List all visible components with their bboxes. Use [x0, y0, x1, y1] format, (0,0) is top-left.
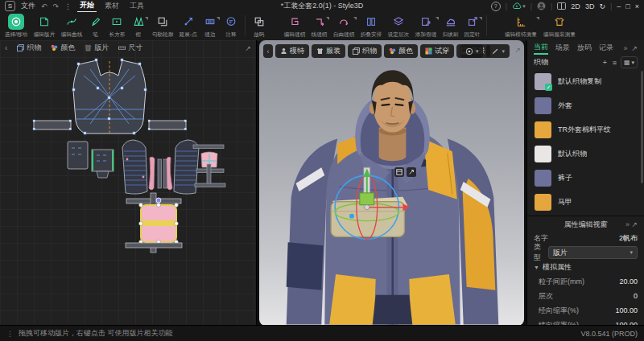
pattern-2d-panel[interactable]: ‹ 织物 颜色 版片 尺寸 ↗ [0, 40, 257, 326]
restore-button[interactable]: □ [625, 2, 630, 10]
title-bar: S 文件 ↶ ↷ ⋮ 开始 素材 工具 *工装全套2.0(1) - Style3… [0, 0, 644, 12]
menu-tab-material[interactable]: 素材 [102, 0, 122, 12]
tool-line-sewing[interactable]: 线缝纫 [308, 13, 330, 39]
prop-value[interactable]: 20.00 [619, 277, 638, 286]
fold-arrange-icon [363, 14, 379, 30]
main-toolbar: 选择/移动 编辑版片 编辑曲线 笔 长方形 褶 勾勒轮廓 延展-点 缝边 注释 … [0, 12, 644, 41]
cloud-sync-icon[interactable]: ▾ [512, 2, 526, 10]
tab-history[interactable]: 记录 [599, 43, 613, 53]
tab-label: 试穿 [435, 46, 449, 56]
pattern-canvas[interactable] [0, 40, 256, 310]
tool-trace-outline[interactable]: 勾勒轮廓 [149, 13, 176, 39]
menu-tab-tools[interactable]: 工具 [127, 0, 147, 12]
tool-iron-brush[interactable]: 归拔刷 [440, 13, 461, 39]
tab-piece-2d[interactable]: 版片 [85, 43, 109, 53]
user-avatar-icon[interactable] [537, 2, 546, 10]
fabric-name: TR外套棉料平纹 [558, 125, 611, 135]
tool-add-baste[interactable]: 添加假缝 [412, 13, 440, 39]
grid-view-icon: ▦ [624, 59, 630, 66]
tool-free-sewing[interactable]: 自由缝纫 [330, 13, 357, 39]
tool-rectangle[interactable]: 长方形 [106, 13, 128, 39]
expand-props-icon[interactable]: ↗ [631, 220, 638, 228]
list-item[interactable]: 裤子 [533, 167, 638, 188]
collapse-right-icon[interactable]: » [623, 44, 627, 52]
model-icon [280, 47, 287, 55]
tab-fabric[interactable]: 织物 [348, 44, 382, 58]
render-mode-dropdown[interactable]: ▾ [460, 44, 484, 58]
tool-label: 注释 [226, 31, 237, 39]
section-caret-icon[interactable]: ▼ [534, 265, 539, 270]
tab-scene-list[interactable]: 场景 [555, 43, 570, 53]
undo-icon[interactable]: ↶ [41, 2, 47, 10]
tool-extend-point[interactable]: 延展-点 [176, 13, 200, 39]
tool-set-layer[interactable]: 设定层次 [385, 13, 412, 39]
tab-fabric-2d[interactable]: 织物 [17, 43, 41, 53]
tool-pin[interactable]: 固定针 [461, 13, 483, 39]
line-sewing-icon [312, 14, 328, 30]
brush-mode-dropdown[interactable]: ▾ [486, 44, 510, 58]
gizmo-button-move[interactable] [407, 167, 416, 177]
scrollbar[interactable] [641, 71, 643, 183]
tool-label: 勾勒轮廓 [152, 31, 174, 39]
divider: | [551, 2, 552, 10]
grading-icon [251, 14, 267, 30]
prop-value[interactable]: 100.00 [615, 306, 638, 314]
expand-right-icon[interactable]: ↗ [631, 44, 638, 52]
list-item[interactable]: 默认织物复制 [533, 71, 638, 92]
type-select[interactable]: 版片 ▾ [548, 246, 638, 259]
tab-color-2d[interactable]: 颜色 [51, 43, 75, 53]
tab-size-2d[interactable]: 尺寸 [118, 43, 142, 53]
tool-fold-arrange[interactable]: 折叠安排 [357, 13, 385, 39]
tab-grading-list[interactable]: 放码 [577, 43, 592, 53]
list-item[interactable]: 默认织物 [533, 143, 638, 164]
tool-pen[interactable]: 笔 [85, 13, 106, 39]
expand-panel-icon[interactable]: ↗ [245, 44, 251, 52]
more-icon[interactable]: ⋮ [64, 2, 72, 10]
tool-model-measure[interactable]: 编辑模特测量 [502, 13, 540, 39]
tool-label: 编辑曲线 [61, 31, 83, 39]
prop-value[interactable]: 0 [634, 292, 638, 300]
tool-edit-curve[interactable]: 编辑曲线 [58, 13, 85, 39]
toolbar-divider [245, 15, 246, 36]
tool-select-move[interactable]: 选择/移动 [2, 13, 31, 39]
trace-outline-icon [155, 14, 171, 30]
view-3d-button[interactable]: 3D [585, 2, 595, 10]
fabric-view-dropdown[interactable]: ▦▾ [621, 56, 638, 68]
gizmo-button-box[interactable] [394, 167, 404, 177]
tab-tryon[interactable]: 试穿 [420, 44, 454, 58]
add-fabric-icon[interactable]: ＋ [601, 57, 609, 68]
view-2d-button[interactable]: 2D [571, 2, 580, 10]
collapse-props-icon[interactable]: » [625, 220, 630, 228]
annotate-icon [223, 14, 239, 30]
menu-tab-start[interactable]: 开始 [77, 0, 97, 13]
tab-current[interactable]: 当前 [534, 42, 548, 55]
list-item[interactable]: 外套 [533, 95, 638, 116]
tool-pleat[interactable]: 褶 [128, 13, 149, 39]
list-item[interactable]: 马甲 [533, 191, 638, 212]
menu-file[interactable]: 文件 [21, 1, 35, 11]
tab-model[interactable]: 模特 [275, 44, 309, 58]
sync-icon[interactable]: ↻ [599, 2, 605, 10]
add-baste-icon [418, 14, 434, 30]
list-view-icon[interactable]: ≡ [613, 59, 617, 67]
close-button[interactable]: × [635, 2, 639, 10]
split-view-icon[interactable] [557, 2, 566, 10]
collapse-viewport-icon[interactable]: ‹ [263, 44, 273, 58]
tab-garment[interactable]: 服装 [312, 44, 345, 58]
tool-edit-sewing[interactable]: 编辑缝纫 [281, 13, 308, 39]
name-value[interactable]: 2帆布 [619, 233, 638, 244]
tool-annotate[interactable]: 注释 [221, 13, 242, 39]
tool-garment-measure[interactable]: 编辑服装测量 [540, 13, 579, 39]
fabric-name: 默认织物复制 [558, 76, 601, 87]
minimize-button[interactable]: – [617, 2, 621, 10]
viewport-3d[interactable]: ‹ 模特 服装 织物 颜色 试穿 场景 [259, 40, 524, 326]
help-icon[interactable]: ? [491, 2, 501, 11]
tool-seam-edge[interactable]: 缝边 [200, 13, 221, 39]
collapse-left-icon[interactable]: ‹ [5, 43, 7, 52]
expand-viewport-icon[interactable]: ↗ [514, 46, 521, 54]
tab-color[interactable]: 颜色 [384, 44, 418, 58]
list-item[interactable]: TR外套棉料平纹 [533, 119, 638, 140]
redo-icon[interactable]: ↷ [53, 2, 60, 10]
tool-edit-pattern[interactable]: 编辑版片 [31, 13, 58, 39]
tool-grading[interactable]: 放码 [249, 13, 270, 39]
